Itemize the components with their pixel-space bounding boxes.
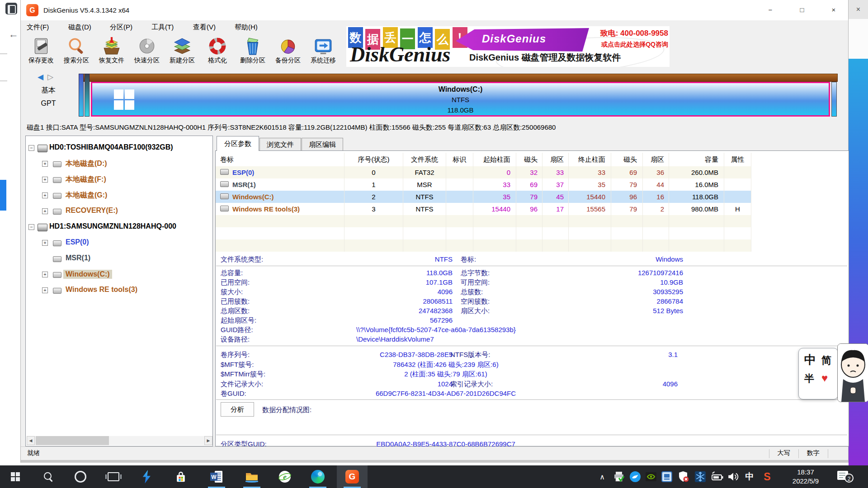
collapse-icon[interactable]: − bbox=[28, 224, 34, 230]
tray-volume[interactable] bbox=[726, 465, 741, 488]
analyze-button[interactable]: 分析 bbox=[221, 402, 254, 417]
scrollbar-thumb[interactable] bbox=[36, 436, 109, 445]
recover-files-button[interactable]: 恢复文件 bbox=[94, 36, 129, 66]
table-row-esp[interactable]: ESP(0)0FAT3203233336936260.0MB bbox=[216, 166, 751, 178]
menu-partition[interactable]: 分区(P) bbox=[107, 20, 135, 34]
start-button[interactable] bbox=[0, 465, 31, 488]
taskbar-app-store[interactable] bbox=[165, 465, 196, 488]
menu-help[interactable]: 帮助(H) bbox=[232, 20, 260, 34]
tree-item-local-f[interactable]: + 本地磁盘(F:) bbox=[26, 173, 212, 187]
taskbar-app-explorer[interactable] bbox=[236, 465, 267, 488]
ime-simplified-mode[interactable]: 简 bbox=[821, 354, 831, 367]
menu-file[interactable]: 文件(F) bbox=[24, 20, 52, 34]
behind-window-close-icon[interactable]: × bbox=[849, 0, 868, 19]
task-view-button[interactable] bbox=[98, 465, 129, 488]
msr-partition-block[interactable] bbox=[85, 74, 90, 117]
windows-c-partition-block[interactable]: Windows(C:) NTFS 118.0GB bbox=[91, 82, 830, 117]
save-changes-icon bbox=[32, 37, 51, 56]
tray-intel-graphics[interactable] bbox=[659, 465, 675, 488]
disk-tree-panel: − HD0:TOSHIBAMQ04ABF100(932GB) + 本地磁盘(D:… bbox=[25, 136, 213, 446]
tray-battery[interactable] bbox=[710, 465, 725, 488]
close-button[interactable]: × bbox=[821, 3, 846, 17]
tree-item-recovery-e[interactable]: + RECOVERY(E:) bbox=[26, 205, 212, 218]
tree-item-local-d[interactable]: + 本地磁盘(D:) bbox=[26, 157, 212, 171]
browser-tab-icon[interactable] bbox=[5, 3, 17, 14]
notification-center-button[interactable]: 2 bbox=[836, 470, 854, 483]
disk-strip[interactable] bbox=[79, 74, 838, 82]
app-icon: G bbox=[26, 4, 38, 16]
expand-icon[interactable]: + bbox=[42, 192, 48, 198]
menu-view[interactable]: 查看(V) bbox=[190, 20, 218, 34]
quick-partition-button[interactable]: 快速分区 bbox=[130, 36, 164, 66]
tree-item-esp[interactable]: + ESP(0) bbox=[26, 236, 212, 250]
backup-partition-button[interactable]: 备份分区 bbox=[271, 36, 305, 66]
nvidia-icon bbox=[645, 471, 657, 483]
ime-status-widget[interactable]: 中 简 半 ♥ bbox=[798, 348, 838, 399]
ime-halfwidth-mode[interactable]: 半 bbox=[804, 372, 814, 385]
tray-security[interactable] bbox=[676, 465, 691, 488]
nav-right-icon[interactable]: ▷ bbox=[47, 72, 53, 82]
tray-snowflake-app[interactable] bbox=[693, 465, 708, 488]
tray-printer[interactable] bbox=[611, 465, 627, 488]
taskbar-app-edge[interactable] bbox=[302, 465, 333, 488]
back-arrow-icon[interactable]: ← bbox=[7, 28, 20, 41]
search-partition-button[interactable]: 搜索分区 bbox=[59, 36, 94, 66]
table-row-windows-re[interactable]: Windows RE tools(3)3NTFS1544096171556579… bbox=[216, 203, 751, 215]
scroll-left-icon[interactable]: ◀ bbox=[27, 436, 35, 445]
tab-browse-files[interactable]: 浏览文件 bbox=[259, 138, 301, 150]
tray-tim[interactable] bbox=[627, 465, 643, 488]
expand-icon[interactable]: + bbox=[42, 161, 48, 167]
banner-qq-link[interactable]: 或点击此处选择QQ咨询 bbox=[581, 41, 668, 49]
taskbar-clock[interactable]: 18:37 2022/5/9 bbox=[788, 468, 824, 486]
title-bar: G DiskGenius V5.4.3.1342 x64 − □ × bbox=[21, 0, 848, 20]
minimize-button[interactable]: − bbox=[758, 3, 783, 17]
maximize-button[interactable]: □ bbox=[789, 3, 815, 17]
system-migrate-button[interactable]: 系统迁移 bbox=[306, 36, 340, 66]
format-button[interactable]: 格式化 bbox=[200, 36, 235, 66]
table-row-msr[interactable]: MSR(1)1MSR33693735794416.0MB bbox=[216, 178, 751, 191]
tab-sector-edit[interactable]: 扇区编辑 bbox=[302, 138, 343, 150]
collapse-icon[interactable]: − bbox=[28, 145, 34, 151]
tray-nvidia[interactable] bbox=[643, 465, 659, 488]
save-changes-button[interactable]: 保存更改 bbox=[24, 36, 58, 66]
new-partition-button[interactable]: 新建分区 bbox=[165, 36, 199, 66]
cortana-button[interactable] bbox=[65, 465, 96, 488]
tree-item-windows-re[interactable]: + Windows RE tools(3) bbox=[26, 284, 212, 297]
tree-item-hd1[interactable]: − HD1:SAMSUNGMZNLN128HAHQ-000 bbox=[26, 221, 212, 234]
ad-banner[interactable]: 数 据 丢 一 怎 么 ！ DiskGenius 致电: 400-008-995… bbox=[346, 26, 670, 67]
tray-expand-button[interactable]: ∧ bbox=[594, 465, 610, 488]
shield-icon bbox=[678, 471, 689, 483]
tree-horizontal-scrollbar[interactable]: ◀ ▶ bbox=[27, 436, 212, 445]
tray-sogou[interactable]: S bbox=[760, 465, 775, 488]
delete-partition-icon bbox=[243, 37, 262, 56]
expand-icon[interactable]: + bbox=[42, 240, 48, 246]
expand-icon[interactable]: + bbox=[42, 177, 48, 183]
taskbar-app-flash[interactable] bbox=[131, 465, 162, 488]
menu-disk[interactable]: 磁盘(D) bbox=[66, 20, 94, 34]
ime-chinese-mode[interactable]: 中 bbox=[804, 352, 816, 368]
taskbar-app-diskgenius-active[interactable]: G bbox=[337, 465, 368, 488]
menu-tools[interactable]: 工具(T) bbox=[149, 20, 176, 34]
taskbar-app-word[interactable]: W bbox=[201, 465, 232, 488]
sogou-icon: S bbox=[760, 465, 775, 488]
taskbar-app-browser360[interactable]: e bbox=[269, 465, 300, 488]
tree-item-msr[interactable]: MSR(1) bbox=[26, 252, 212, 266]
tree-item-hd0[interactable]: − HD0:TOSHIBAMQ04ABF100(932GB) bbox=[26, 141, 212, 155]
divider bbox=[828, 449, 828, 458]
tray-ime-mode[interactable]: 中 bbox=[742, 465, 757, 488]
tree-item-windows-c[interactable]: + Windows(C:) bbox=[26, 268, 212, 282]
heart-icon[interactable]: ♥ bbox=[821, 372, 828, 385]
expand-icon[interactable]: + bbox=[42, 208, 48, 214]
table-row-windows-c-selected[interactable]: Windows(C:)2NTFS357945154409616118.0GB bbox=[216, 191, 751, 203]
nav-left-icon[interactable]: ◀ bbox=[38, 72, 43, 82]
tree-item-local-g[interactable]: + 本地磁盘(G:) bbox=[26, 189, 212, 202]
expand-icon[interactable]: + bbox=[42, 287, 48, 293]
esp-partition-block[interactable] bbox=[79, 74, 84, 117]
delete-partition-button[interactable]: 删除分区 bbox=[236, 36, 270, 66]
tab-partition-params[interactable]: 分区参数 bbox=[217, 136, 259, 151]
diskgenius-window: G DiskGenius V5.4.3.1342 x64 − □ × 文件(F)… bbox=[20, 0, 849, 463]
recovery-partition-block[interactable] bbox=[831, 82, 837, 117]
taskbar-search-button[interactable] bbox=[33, 465, 64, 488]
scroll-right-icon[interactable]: ▶ bbox=[204, 436, 212, 445]
expand-icon[interactable]: + bbox=[42, 272, 48, 277]
